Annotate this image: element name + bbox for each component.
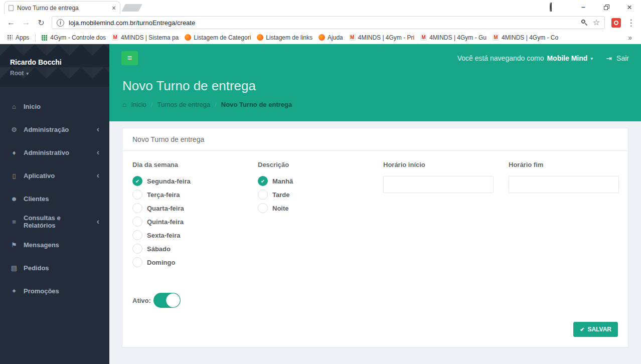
sidebar-item-pedidos[interactable]: ▤ Pedidos bbox=[0, 256, 109, 279]
sidebar-item-label: Consultas e Relatórios bbox=[24, 214, 91, 229]
bookmark-label: 4MINDS | Sistema pa bbox=[121, 34, 179, 41]
profile-icon[interactable] bbox=[550, 3, 559, 11]
bookmark-label: 4MINDS | 4Gym - Co bbox=[502, 34, 558, 41]
radio-checked-icon[interactable]: ✔ bbox=[258, 176, 268, 186]
close-button[interactable]: × bbox=[618, 0, 641, 14]
radio-unchecked-icon[interactable] bbox=[132, 190, 142, 200]
breadcrumb-turnos-de-entrega[interactable]: Turnos de entrega bbox=[157, 101, 210, 108]
bookmark-item[interactable]: Ajuda bbox=[315, 32, 346, 43]
gmail-favicon: M bbox=[112, 34, 118, 41]
sidebar-item-promocoes[interactable]: ✦ Promoções bbox=[0, 279, 109, 302]
logout-button[interactable]: ⇥ Sair bbox=[606, 54, 629, 62]
radio-unchecked-icon[interactable] bbox=[132, 230, 142, 240]
horario-inicio-column: Horário início bbox=[383, 161, 509, 271]
radio-unchecked-icon[interactable] bbox=[132, 217, 142, 227]
url-text[interactable]: loja.mobilemind.com.br/turnoEntrega/crea… bbox=[69, 19, 576, 27]
bookmark-star-icon[interactable]: ☆ bbox=[593, 19, 600, 27]
radio-sexta-feira[interactable]: Sexta-feira bbox=[132, 230, 258, 240]
bookmark-item[interactable]: M 4MINDS | Sistema pa bbox=[109, 32, 182, 43]
close-icon: × bbox=[627, 3, 632, 12]
sidebar-item-label: Clientes bbox=[24, 195, 49, 203]
check-icon: ✔ bbox=[261, 178, 265, 184]
megaphone-icon: ⚑ bbox=[10, 241, 18, 249]
tab-close-icon[interactable]: × bbox=[112, 5, 116, 12]
save-button[interactable]: ✔ SALVAR bbox=[573, 322, 618, 337]
gift-icon: ✦ bbox=[10, 287, 18, 295]
minimize-icon: – bbox=[581, 3, 585, 11]
sidebar-item-administracao[interactable]: ⚙ Administração ‹ bbox=[0, 118, 109, 141]
descricao-column: Descrição ✔ Manhã Tarde bbox=[258, 161, 383, 271]
radio-unchecked-icon[interactable] bbox=[132, 203, 142, 213]
bookmark-label: Listagem de links bbox=[266, 34, 312, 41]
minimize-button[interactable]: – bbox=[572, 0, 595, 14]
gmail-favicon: M bbox=[420, 34, 427, 41]
ativo-toggle[interactable] bbox=[153, 293, 181, 308]
sidebar-profile: Ricardo Bocchi Root ▾ bbox=[0, 44, 109, 87]
radio-unchecked-icon[interactable] bbox=[258, 203, 268, 213]
page-heading: Novo Turno de entrega ⌂ Inicio / Turnos … bbox=[109, 72, 641, 121]
sidebar-item-mensagens[interactable]: ⚑ Mensagens bbox=[0, 233, 109, 256]
new-tab-button[interactable] bbox=[121, 4, 142, 12]
sidebar-item-administrativo[interactable]: ♦ Administrativo ‹ bbox=[0, 141, 109, 164]
back-button[interactable]: ← bbox=[4, 16, 18, 30]
browser-menu-icon[interactable]: ⋮ bbox=[625, 18, 637, 28]
sidebar-toggle-button[interactable]: ≡ bbox=[121, 51, 138, 65]
browsing-as-dropdown[interactable]: Você está navegando como Mobile Mind ▾ bbox=[457, 54, 593, 62]
caret-down-icon: ▾ bbox=[26, 71, 29, 76]
extension-icon[interactable] bbox=[611, 18, 621, 28]
radio-unchecked-icon[interactable] bbox=[258, 190, 268, 200]
url-omnibox[interactable]: i loja.mobilemind.com.br/turnoEntrega/cr… bbox=[52, 16, 605, 29]
chevron-left-icon: ‹ bbox=[97, 218, 99, 226]
bookmark-label: 4Gym - Controle dos bbox=[50, 34, 106, 41]
key-tail bbox=[584, 23, 587, 26]
radio-unchecked-icon[interactable] bbox=[132, 257, 142, 267]
bookmark-label: Ajuda bbox=[328, 34, 343, 41]
radio-noite[interactable]: Noite bbox=[258, 203, 383, 213]
radio-manha[interactable]: ✔ Manhã bbox=[258, 176, 383, 186]
radio-unchecked-icon[interactable] bbox=[132, 244, 142, 254]
restore-button[interactable] bbox=[595, 0, 618, 14]
browser-tab[interactable]: Novo Turno de entrega × bbox=[4, 1, 120, 14]
radio-label: Manhã bbox=[272, 177, 293, 185]
radio-quinta-feira[interactable]: Quinta-feira bbox=[132, 217, 258, 227]
apps-button[interactable]: Apps bbox=[4, 32, 32, 43]
horario-fim-input[interactable] bbox=[509, 176, 619, 193]
radio-terca-feira[interactable]: Terça-feira bbox=[132, 190, 258, 200]
chevron-left-icon: ‹ bbox=[97, 125, 99, 133]
gears-icon: ⚙ bbox=[10, 126, 18, 133]
bookmarks-overflow-icon[interactable]: » bbox=[623, 34, 637, 42]
tab-title: Novo Turno de entrega bbox=[17, 5, 108, 12]
sidebar-item-consultas-relatorios[interactable]: ≡ Consultas e Relatórios ‹ bbox=[0, 210, 109, 233]
topbar: ≡ Você está navegando como Mobile Mind ▾… bbox=[109, 44, 641, 72]
radio-sabado[interactable]: Sábado bbox=[132, 244, 258, 254]
password-key-icon[interactable] bbox=[578, 17, 590, 29]
sidebar-item-clientes[interactable]: ☻ Clientes bbox=[0, 187, 109, 210]
reload-button[interactable]: ↻ bbox=[34, 16, 48, 30]
radio-domingo[interactable]: Domingo bbox=[132, 257, 258, 267]
bookmark-item[interactable]: Listagem de links bbox=[254, 32, 315, 43]
horario-inicio-input[interactable] bbox=[383, 176, 494, 193]
sidebar-item-inicio[interactable]: ⌂ Inicio bbox=[0, 95, 109, 118]
radio-tarde[interactable]: Tarde bbox=[258, 190, 383, 200]
sidebar-item-aplicativo[interactable]: ▯ Aplicativo ‹ bbox=[0, 164, 109, 187]
radio-quarta-feira[interactable]: Quarta-feira bbox=[132, 203, 258, 213]
bookmark-item[interactable]: M 4MINDS | 4Gym - Pri bbox=[346, 32, 417, 43]
hamburger-icon: ≡ bbox=[127, 54, 132, 63]
breadcrumb: ⌂ Inicio / Turnos de entrega / Novo Turn… bbox=[122, 100, 628, 108]
breadcrumb-inicio[interactable]: Inicio bbox=[131, 101, 146, 108]
forward-button[interactable]: → bbox=[19, 16, 33, 30]
radio-checked-icon[interactable]: ✔ bbox=[132, 176, 142, 186]
user-role-dropdown[interactable]: Root ▾ bbox=[10, 70, 99, 77]
ativo-row: Ativo: bbox=[132, 293, 618, 308]
form-card: Novo Turno de entrega Dia da semana ✔ Se… bbox=[122, 128, 628, 347]
bookmark-item[interactable]: Listagem de Categori bbox=[182, 32, 254, 43]
bookmark-item[interactable]: 4Gym - Controle dos bbox=[39, 32, 109, 43]
page-info-icon[interactable]: i bbox=[57, 19, 64, 27]
radio-segunda-feira[interactable]: ✔ Segunda-feira bbox=[132, 176, 258, 186]
radio-label: Segunda-feira bbox=[147, 177, 191, 185]
sidebar-item-label: Aplicativo bbox=[24, 172, 55, 179]
sidebar-item-label: Administração bbox=[24, 126, 69, 133]
bookmark-item[interactable]: M 4MINDS | 4Gym - Co bbox=[490, 32, 561, 43]
bookmark-item[interactable]: M 4MINDS | 4Gym - Gu bbox=[417, 32, 490, 43]
home-icon: ⌂ bbox=[10, 103, 18, 110]
